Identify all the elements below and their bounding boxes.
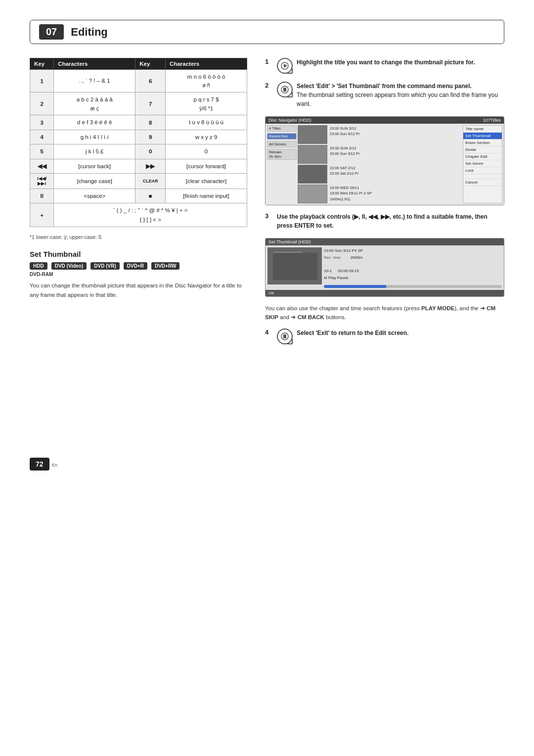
nav-thumb-4 bbox=[298, 185, 327, 203]
nav-menu-chapedit: Chapter Edit bbox=[463, 153, 502, 160]
nav-row-1-info: 23:00 SUN 3/1223:00 Sun 3/12 Pr bbox=[328, 125, 361, 144]
main-content: Key Characters Key Characters 1 . , ` ? … bbox=[30, 58, 504, 471]
badge-dvdplus-rw: DVD+RW bbox=[151, 262, 179, 270]
step-4-text: Select 'Exit' to return to the Edit scre… bbox=[297, 329, 408, 337]
key-cell: + bbox=[30, 203, 54, 227]
key-cell: II bbox=[30, 189, 54, 203]
right-column: 1 Highlight the title you want to change… bbox=[265, 58, 504, 471]
badge-dvd-vr: DVD (VR) bbox=[90, 262, 119, 270]
key-cell: ■ bbox=[135, 189, 166, 203]
table-row: II <space> ■ [finish name input] bbox=[30, 189, 247, 203]
svg-rect-4 bbox=[268, 248, 322, 284]
step-1: 1 Highlight the title you want to change… bbox=[265, 58, 504, 74]
thumb-chapter-id: 10-1 bbox=[324, 268, 332, 275]
footnote: *1 lower-case: ÿ; upper-case: ß bbox=[30, 234, 247, 240]
thumb-ok-label: OK bbox=[268, 291, 274, 295]
char-cell: [cursor forward] bbox=[166, 159, 247, 173]
page-number: 72 bbox=[30, 458, 49, 471]
key-cell: ▶▶ bbox=[135, 159, 166, 173]
set-thumbnail-body: You can change the thumbnail picture tha… bbox=[30, 281, 247, 299]
step-3-number: 3 bbox=[265, 212, 273, 220]
step-1-number: 1 bbox=[265, 58, 273, 65]
char-cell: t u v 8 ù û ü ú bbox=[166, 115, 247, 130]
key-cell: ◀◀ bbox=[30, 159, 54, 173]
thumb-progress-bar bbox=[324, 285, 502, 288]
key-cell: 1 bbox=[30, 70, 54, 93]
step-1-text: Highlight the title you want to change t… bbox=[297, 58, 475, 67]
nav-row-4: 19:00 WED 29/1119:00 Wed 29/11 Pr 2 SP1h… bbox=[298, 185, 462, 203]
nav-center: 23:00 SUN 3/1223:00 Sun 3/12 Pr 20:00 SU… bbox=[298, 125, 462, 203]
step-2-text: Select 'Edit' > 'Set Thumbnail' from the… bbox=[297, 82, 504, 108]
char-cell: 0 bbox=[166, 144, 247, 159]
step-3-bold: Use the playback controls (▶, II, ◀◀, ▶▶… bbox=[277, 213, 488, 229]
thumb-rectime: Rec. time 2h00m bbox=[324, 254, 502, 261]
key-cell: 2 bbox=[30, 93, 54, 115]
char-cell: d e f 3 è é ê ë bbox=[54, 115, 135, 130]
thumb-mode-val: M Play Pause bbox=[324, 275, 348, 282]
step-2-icon bbox=[277, 82, 293, 97]
col-key2: Key bbox=[135, 58, 166, 70]
chapter-title: Editing bbox=[71, 26, 108, 39]
char-cell: w x y z 9 bbox=[166, 130, 247, 144]
nav-menu-spacer bbox=[463, 174, 502, 179]
col-chars2: Characters bbox=[166, 58, 247, 70]
thumb-bottom-bar: OK bbox=[266, 290, 504, 296]
thumb-mode: M Play Pause bbox=[324, 275, 502, 282]
nav-thumb-1 bbox=[298, 125, 327, 144]
key-cell: I◀◀/▶▶I bbox=[30, 173, 54, 189]
table-row: 5 j k l 5 £ 0 0 bbox=[30, 144, 247, 159]
key-cell: 3 bbox=[30, 115, 54, 130]
nav-row-3: 22:00 SAT 2/1222:00 Sat 2/12 Pr bbox=[298, 165, 462, 184]
table-row: 1 . , ` ? ! – & 1 6 m n o 6 ö ô ò óø ñ bbox=[30, 70, 247, 93]
char-cell: . , ` ? ! – & 1 bbox=[54, 70, 135, 93]
badge-dvd-video: DVD (Video) bbox=[51, 262, 87, 270]
char-cell: <space> bbox=[54, 189, 135, 203]
char-cell: a b c 2 ä à á âæ ç bbox=[54, 93, 135, 115]
key-cell: 4 bbox=[30, 130, 54, 144]
key-cell: 9 bbox=[135, 130, 166, 144]
thumb-chapter: 10-1 00:00:09.15 bbox=[324, 268, 502, 275]
nav-menu-setgenre: Set Genre bbox=[463, 160, 502, 167]
step-1-icon bbox=[277, 58, 293, 74]
key-cell: 5 bbox=[30, 144, 54, 159]
page-lang: En bbox=[52, 463, 57, 468]
nav-menu-titlename: Title name bbox=[463, 126, 502, 133]
nav-sidebar: 4 Titles Recent first All Genres Remain3… bbox=[267, 125, 297, 203]
key-cell: 6 bbox=[135, 70, 166, 93]
nav-thumb-3 bbox=[298, 165, 327, 184]
table-row: 4 g h i 4 î ï ì í 9 w x y z 9 bbox=[30, 130, 247, 144]
nav-titlebar: Disc Navigator (HDD) 107Titles bbox=[266, 117, 504, 124]
format-badges: HDD DVD (Video) DVD (VR) DVD+R DVD+RW bbox=[30, 262, 247, 270]
nav-row-2-info: 20:00 SUN 3/1220:00 Sun 3/12 Pr bbox=[328, 145, 361, 164]
thumbnail-screen: Set Thumbnail (HDD) 23:00 Sun 3/12 P4 SP bbox=[265, 238, 504, 297]
left-column: Key Characters Key Characters 1 . , ` ? … bbox=[30, 58, 247, 471]
nav-row-2: 20:00 SUN 3/1220:00 Sun 3/12 Pr bbox=[298, 145, 462, 164]
char-cell: p q r s 7 $ÿ/ß *1 bbox=[166, 93, 247, 115]
table-row: + ¨ ( ) _ / : ; " ` ^ @ # * % ¥ | + ={ }… bbox=[30, 203, 247, 227]
thumb-rectime-val: 2h00m bbox=[351, 254, 362, 261]
char-cell: j k l 5 £ bbox=[54, 144, 135, 159]
thumb-progress-fill bbox=[324, 285, 386, 288]
step-4-icon bbox=[277, 329, 293, 344]
key-cell: 8 bbox=[135, 115, 166, 130]
dvd-ram-label: DVD-RAM bbox=[30, 272, 247, 277]
nav-menu-setthumb: Set Thumbnail bbox=[463, 133, 502, 140]
key-cell: 7 bbox=[135, 93, 166, 115]
char-cell: [finish name input] bbox=[166, 189, 247, 203]
chapter-number: 07 bbox=[39, 24, 64, 40]
thumb-rectime-label: Rec. time bbox=[324, 254, 349, 261]
nav-sidebar-allgenres: All Genres bbox=[267, 141, 297, 147]
thumb-date: 23:00 Sun 3/12 P4 SP bbox=[324, 247, 502, 254]
badge-dvdplus-r: DVD+R bbox=[124, 262, 147, 270]
nav-sidebar-recent: Recent first bbox=[267, 133, 297, 140]
nav-row-4-info: 19:00 WED 29/1119:00 Wed 29/11 Pr 2 SP1h… bbox=[328, 185, 373, 203]
step-4: 4 Select 'Exit' to return to the Edit sc… bbox=[265, 329, 504, 344]
table-row: 2 a b c 2 ä à á âæ ç 7 p q r s 7 $ÿ/ß *1 bbox=[30, 93, 247, 115]
step-2-subtext: The thumbnail setting screen appears fro… bbox=[297, 92, 498, 107]
set-thumbnail-title: Set Thumbnail bbox=[30, 250, 247, 258]
key-cell: 0 bbox=[135, 144, 166, 159]
step-3-subtext: You can also use the chapter and time se… bbox=[265, 304, 504, 322]
step-2-bold: Select 'Edit' > 'Set Thumbnail' from the… bbox=[297, 83, 472, 90]
step-2-number: 2 bbox=[265, 82, 273, 89]
char-cell: g h i 4 î ï ì í bbox=[54, 130, 135, 144]
